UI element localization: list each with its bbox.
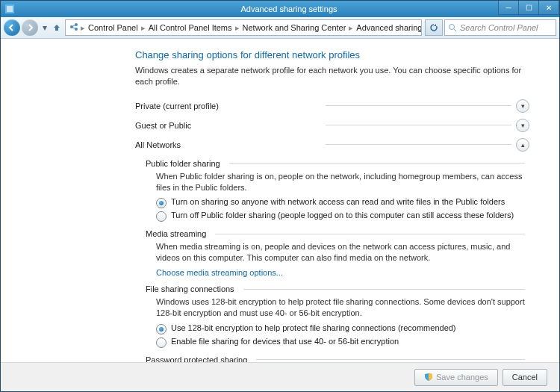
content-pane[interactable]: Change sharing options for different net…: [1, 39, 559, 362]
profile-all-networks[interactable]: All Networks ▴: [135, 135, 529, 155]
group-title: Media streaming: [146, 229, 211, 238]
radio-public-sharing-on[interactable]: Turn on sharing so anyone with network a…: [156, 197, 529, 208]
search-input[interactable]: Search Control Panel: [444, 19, 556, 36]
page-intro: Windows creates a separate network profi…: [135, 65, 529, 87]
radio-icon: [156, 324, 167, 335]
cancel-button[interactable]: Cancel: [503, 369, 547, 386]
chevron-down-icon[interactable]: ▾: [516, 119, 529, 132]
group-explain: When Public folder sharing is on, people…: [156, 171, 529, 193]
shield-icon: [424, 373, 433, 382]
svg-point-5: [449, 25, 455, 30]
group-title: Public folder sharing: [146, 159, 225, 168]
breadcrumb-item[interactable]: All Control Panel Items: [147, 23, 234, 32]
address-bar[interactable]: ▸ Control Panel ▸ All Control Panel Item…: [65, 19, 422, 36]
window-title: Advanced sharing settings: [19, 4, 559, 13]
group-media-streaming: Media streaming When media streaming is …: [146, 229, 529, 277]
address-icon: [69, 22, 79, 34]
window: Advanced sharing settings ─ ☐ ✕ ▾ ▸ Cont…: [0, 0, 560, 392]
group-file-sharing-connections: File sharing connections Windows uses 12…: [146, 284, 529, 348]
radio-icon: [156, 337, 167, 348]
profile-private[interactable]: Private (current profile) ▾: [135, 96, 529, 116]
up-button[interactable]: [52, 21, 62, 34]
close-button[interactable]: ✕: [538, 1, 559, 15]
group-explain: When media streaming is on, people and d…: [156, 241, 529, 264]
radio-encryption-128[interactable]: Use 128-bit encryption to help protect f…: [156, 323, 529, 335]
radio-icon: [156, 211, 167, 222]
refresh-button[interactable]: [425, 19, 443, 36]
maximize-button[interactable]: ☐: [518, 1, 539, 15]
chevron-up-icon[interactable]: ▴: [516, 138, 529, 152]
title-bar: Advanced sharing settings ─ ☐ ✕: [1, 1, 559, 17]
save-changes-button[interactable]: Save changes: [414, 369, 498, 386]
radio-icon: [156, 198, 167, 208]
chevron-down-icon[interactable]: ▾: [516, 99, 529, 113]
group-public-folder-sharing: Public folder sharing When Public folder…: [146, 159, 529, 223]
search-placeholder: Search Control Panel: [460, 23, 538, 32]
app-icon: [4, 3, 16, 15]
radio-encryption-40-56[interactable]: Enable file sharing for devices that use…: [156, 337, 529, 348]
search-icon: [448, 23, 457, 32]
back-button[interactable]: [4, 19, 20, 36]
profile-guest[interactable]: Guest or Public ▾: [135, 116, 529, 135]
group-explain: Windows uses 128-bit encryption to help …: [156, 296, 529, 319]
group-title: Password protected sharing: [146, 355, 252, 362]
group-password-protected-sharing: Password protected sharing When password…: [146, 355, 529, 362]
breadcrumb-item[interactable]: Advanced sharing settings: [355, 23, 422, 32]
breadcrumb-item[interactable]: Control Panel: [87, 23, 140, 32]
page-heading: Change sharing options for different net…: [135, 49, 529, 60]
media-streaming-link[interactable]: Choose media streaming options...: [156, 268, 529, 277]
svg-rect-1: [7, 6, 13, 12]
group-title: File sharing connections: [146, 284, 239, 293]
radio-public-sharing-off[interactable]: Turn off Public folder sharing (people l…: [156, 211, 529, 222]
nav-bar: ▾ ▸ Control Panel ▸ All Control Panel It…: [1, 17, 559, 39]
footer-bar: Save changes Cancel: [1, 362, 559, 391]
breadcrumb-item[interactable]: Network and Sharing Center: [241, 23, 348, 32]
minimize-button[interactable]: ─: [498, 1, 519, 15]
recent-dropdown[interactable]: ▾: [40, 21, 50, 34]
forward-button[interactable]: [22, 19, 38, 36]
